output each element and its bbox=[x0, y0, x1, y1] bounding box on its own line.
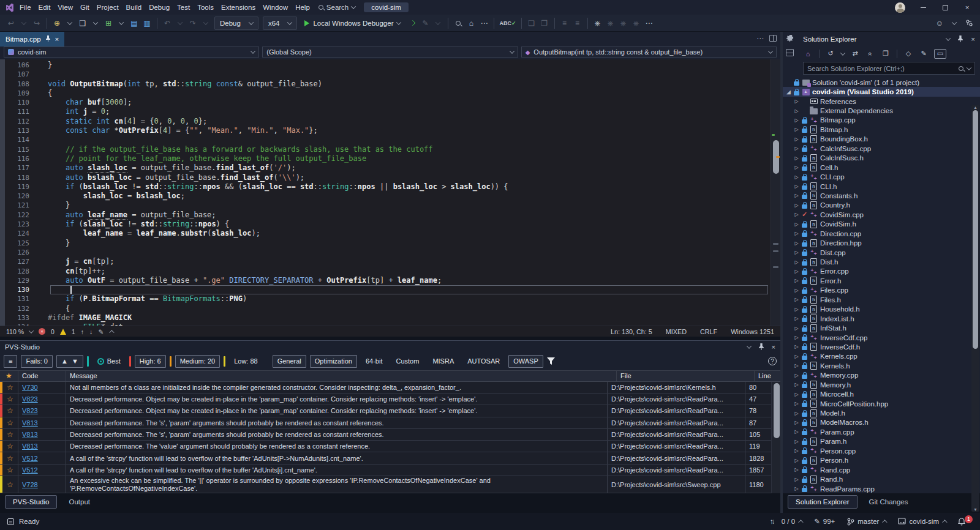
close-icon[interactable]: × bbox=[971, 35, 975, 43]
folding-margin[interactable] bbox=[29, 239, 48, 248]
warning-row[interactable]: ☆V823Decreased performance. Object may b… bbox=[0, 394, 771, 405]
search-input[interactable] bbox=[807, 65, 955, 72]
tab-solution-explorer[interactable]: Solution Explorer bbox=[788, 495, 858, 509]
code-editor[interactable]: 106}107108void OutputBitmap(int tp, std:… bbox=[0, 59, 780, 326]
menu-item-help[interactable]: Help bbox=[292, 2, 314, 13]
breakpoint-margin[interactable] bbox=[0, 59, 5, 326]
expand-arrow-icon[interactable]: ◢ bbox=[786, 89, 791, 95]
tree-item-cli-h[interactable]: ▷hCLI.h bbox=[783, 182, 980, 191]
folding-margin[interactable] bbox=[29, 80, 48, 89]
folding-margin[interactable] bbox=[29, 211, 48, 220]
maximize-button[interactable] bbox=[935, 1, 956, 14]
expand-arrow-icon[interactable]: ▷ bbox=[794, 392, 799, 397]
code-line[interactable]: 112 static int cn[4] = {0, 0, 0, 0}; bbox=[5, 117, 771, 126]
expand-arrow-icon[interactable]: ▷ bbox=[794, 99, 799, 104]
expand-arrow-icon[interactable]: ▷ bbox=[794, 241, 799, 246]
project-dropdown[interactable]: covid-sim bbox=[4, 47, 259, 58]
feedback-chevron[interactable] bbox=[948, 17, 960, 30]
menu-item-test[interactable]: Test bbox=[173, 2, 194, 13]
tree-item-direction-cpp[interactable]: ▷⁺₊Direction.cpp bbox=[783, 229, 980, 238]
solution-search-box[interactable] bbox=[803, 62, 975, 75]
tree-item-indexlist-h[interactable]: ▷hIndexList.h bbox=[783, 314, 980, 323]
pending-changes-filter-icon[interactable]: ↺ bbox=[826, 49, 835, 59]
expand-arrow-icon[interactable]: ▷ bbox=[794, 373, 799, 378]
pvs-level-button-1[interactable]: High: 6 bbox=[135, 355, 166, 368]
warning-row[interactable]: ☆V813Decreased performance. The 's', 'pa… bbox=[0, 429, 771, 441]
code-line[interactable]: 113 const char *OutPrefix[4] = {"", "Mea… bbox=[5, 126, 771, 135]
warning-code-link[interactable]: V512 bbox=[22, 466, 38, 474]
warning-row[interactable]: ☆V728An excessive check can be simplifie… bbox=[0, 476, 771, 493]
previous-bookmark-button[interactable]: ⎈ bbox=[605, 17, 617, 30]
expand-arrow-icon[interactable]: ▷ bbox=[794, 420, 799, 425]
new-project-chevron[interactable] bbox=[64, 17, 76, 30]
warning-code-link[interactable]: V512 bbox=[22, 455, 38, 462]
code-line[interactable]: 126 bbox=[5, 248, 771, 257]
code-column-header[interactable]: Code bbox=[18, 371, 66, 381]
tree-item-inversecdf-h[interactable]: ▷hInverseCdf.h bbox=[783, 342, 980, 351]
code-line[interactable]: 119 if (bslash_loc != std::string::npos … bbox=[5, 182, 771, 192]
tree-item-country-h[interactable]: ▷hCountry.h bbox=[783, 201, 980, 210]
folding-margin[interactable] bbox=[29, 117, 48, 126]
save-all-button[interactable]: ▥ bbox=[141, 17, 153, 30]
warning-row[interactable]: ☆V512A call of the 'strcpy' function wil… bbox=[0, 465, 771, 476]
folding-margin[interactable] bbox=[29, 145, 48, 154]
uncomment-button[interactable]: ❐ bbox=[538, 17, 551, 30]
expand-arrow-icon[interactable]: ▷ bbox=[794, 458, 799, 463]
help-icon[interactable]: ? bbox=[768, 357, 777, 365]
tree-item-references[interactable]: ▷References bbox=[783, 97, 980, 106]
pvs-level-button-3[interactable]: Low: 88 bbox=[229, 355, 263, 368]
live-share-button[interactable]: ⌂ bbox=[465, 17, 477, 30]
folding-margin[interactable] bbox=[29, 182, 48, 192]
code-line[interactable]: 134 FILE* dat; bbox=[5, 323, 771, 326]
tree-item-person-cpp[interactable]: ▷⁺₊Person.cpp bbox=[783, 446, 980, 455]
expand-arrow-icon[interactable]: ▷ bbox=[794, 259, 799, 265]
send-feedback-button[interactable]: ☺ bbox=[933, 17, 946, 30]
tree-item-rand-cpp[interactable]: ▷⁺₊Rand.cpp bbox=[783, 465, 980, 474]
tree-item-cell-h[interactable]: ▷hCell.h bbox=[783, 163, 980, 172]
folding-margin[interactable] bbox=[29, 163, 48, 173]
tree-item-param-h[interactable]: ▷hParam.h bbox=[783, 437, 980, 446]
tab-pvs-studio[interactable]: PVS-Studio bbox=[5, 495, 57, 509]
comment-button[interactable]: ❏ bbox=[526, 17, 538, 30]
code-line[interactable]: 127 j = cn[tp]; bbox=[5, 257, 771, 266]
expand-arrow-icon[interactable]: ▷ bbox=[794, 448, 799, 453]
project-badge[interactable]: covid-sim bbox=[364, 2, 409, 12]
pvs-sort-buttons[interactable]: ▲ ▼ bbox=[56, 355, 83, 368]
folding-margin[interactable] bbox=[29, 294, 48, 304]
warning-code-link[interactable]: V728 bbox=[22, 481, 38, 488]
caret-position[interactable]: Ln: 130, Ch: 5 bbox=[611, 328, 652, 335]
code-line[interactable]: 118 auto bslash_loc = output_file_base.f… bbox=[5, 173, 771, 182]
open-file-button[interactable]: ❑ bbox=[77, 17, 89, 30]
tree-item-calcinfsusc-h[interactable]: ▷hCalcInfSusc.h bbox=[783, 154, 980, 163]
code-line[interactable]: 106} bbox=[5, 61, 771, 70]
expand-arrow-icon[interactable]: ▷ bbox=[794, 486, 799, 491]
pvs-category-owasp[interactable]: OWASP bbox=[508, 355, 543, 368]
tree-item-household-h[interactable]: ▷hHousehold.h bbox=[783, 305, 980, 314]
folding-margin[interactable] bbox=[29, 323, 48, 326]
folding-margin[interactable] bbox=[29, 154, 48, 163]
folding-margin[interactable] bbox=[29, 285, 48, 294]
spell-check-button[interactable]: ABC✓ bbox=[498, 17, 517, 30]
redo-chevron[interactable] bbox=[200, 17, 212, 30]
code-line[interactable]: 125 } bbox=[5, 239, 771, 248]
menu-item-git[interactable]: Git bbox=[77, 2, 93, 13]
tree-item-memory-h[interactable]: ▷hMemory.h bbox=[783, 380, 980, 389]
find-in-files-button[interactable] bbox=[452, 17, 464, 30]
pin-icon[interactable] bbox=[957, 35, 963, 42]
expand-arrow-icon[interactable]: ▷ bbox=[794, 127, 799, 132]
expand-arrow-icon[interactable]: ▷ bbox=[794, 184, 799, 189]
expand-arrow-icon[interactable]: ▷ bbox=[794, 439, 799, 444]
tree-item-memory-cpp[interactable]: ▷⁺₊Memory.cpp bbox=[783, 371, 980, 380]
pvs-fails-button[interactable]: Fails: 0 bbox=[21, 355, 52, 368]
sync-with-active-document-icon[interactable]: ⇄ bbox=[850, 49, 860, 59]
tree-item-inversecdf-cpp[interactable]: ▷⁺₊InverseCdf.cpp bbox=[783, 333, 980, 342]
background-tasks-icon[interactable] bbox=[7, 518, 14, 525]
tree-item-boundingbox-h[interactable]: ▷hBoundingBox.h bbox=[783, 135, 980, 144]
code-line[interactable]: 124 leaf_name = leaf_name.substr(slash_l… bbox=[5, 229, 771, 238]
save-button[interactable]: ▤ bbox=[128, 17, 140, 30]
tab-bitmap-cpp[interactable]: Bitmap.cpp × bbox=[0, 32, 64, 47]
tree-item-dist-h[interactable]: ▷hDist.h bbox=[783, 257, 980, 266]
expand-arrow-icon[interactable]: ▷ bbox=[794, 269, 799, 274]
editor-vertical-scrollbar[interactable] bbox=[771, 59, 780, 326]
code-line[interactable]: 133#ifdef IMAGE_MAGICK bbox=[5, 313, 771, 323]
